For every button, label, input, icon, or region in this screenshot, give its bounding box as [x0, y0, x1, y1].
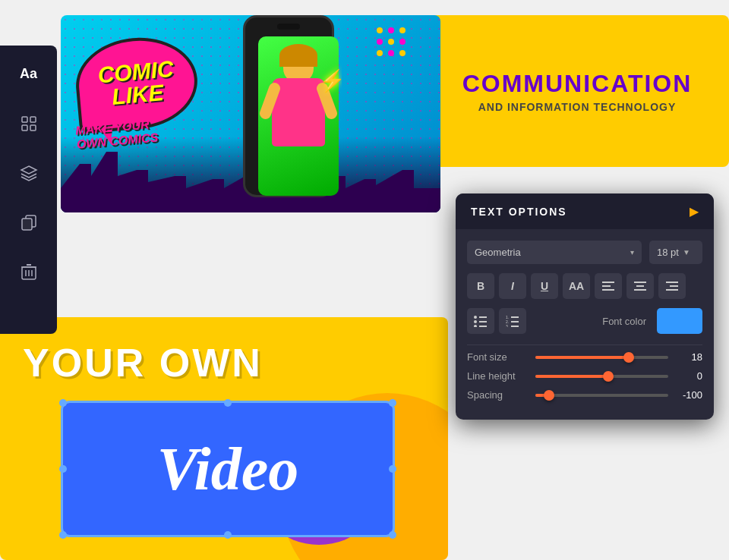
- corner-dot-bl: [59, 531, 67, 539]
- ordered-list-button[interactable]: 1. 2. 3.: [499, 308, 526, 334]
- font-size-value: 18: [676, 351, 702, 363]
- font-select-dropdown[interactable]: Geometria ▾: [467, 241, 642, 264]
- font-size-slider-thumb[interactable]: [623, 352, 634, 363]
- mid-dot-b: [224, 531, 232, 539]
- separator-1: [467, 344, 702, 345]
- trash-icon: [21, 263, 36, 280]
- line-height-slider-thumb[interactable]: [603, 371, 614, 382]
- lightning: ⚡: [319, 68, 342, 93]
- svg-marker-4: [21, 166, 36, 174]
- line-height-slider[interactable]: [535, 375, 668, 378]
- unordered-list-button[interactable]: [467, 308, 494, 334]
- font-row: Geometria ▾ 18 pt ▼: [467, 241, 702, 264]
- comic-title-line2: LIKE: [111, 81, 165, 109]
- svg-point-17: [388, 39, 394, 45]
- grid-tool[interactable]: [11, 106, 46, 140]
- svg-rect-3: [30, 125, 36, 131]
- line-height-slider-fill: [535, 375, 608, 378]
- align-center-icon: [633, 281, 647, 291]
- svg-point-35: [474, 325, 477, 327]
- grid-icon: [21, 115, 37, 132]
- mid-dot-l: [59, 465, 67, 473]
- svg-rect-6: [22, 219, 32, 230]
- phone-outline: [243, 15, 334, 197]
- align-center-button[interactable]: [626, 273, 654, 299]
- font-size-slider-label: Font size: [467, 351, 528, 363]
- delete-tool[interactable]: [11, 254, 46, 288]
- caps-button[interactable]: AA: [563, 273, 590, 299]
- spacing-slider-row: Spacing -100: [467, 389, 702, 401]
- svg-point-19: [377, 50, 383, 56]
- svg-rect-1: [30, 117, 36, 122]
- spacing-slider-thumb[interactable]: [544, 390, 554, 401]
- italic-button[interactable]: I: [499, 273, 526, 299]
- format-row-2: 1. 2. 3. Font color: [467, 308, 702, 334]
- corner-dot-br: [389, 531, 396, 539]
- font-color-swatch[interactable]: [657, 308, 702, 334]
- font-select-arrow-icon: ▾: [630, 248, 634, 256]
- dots-decoration: [372, 23, 418, 68]
- girl-figure: [264, 44, 333, 196]
- font-size-label: 18 pt: [657, 247, 679, 258]
- format-row-1: B I U AA: [467, 273, 702, 299]
- bold-button[interactable]: B: [467, 273, 494, 299]
- copy-tool[interactable]: [11, 205, 46, 239]
- panel-body: Geometria ▾ 18 pt ▼ B I U AA: [456, 229, 714, 420]
- svg-rect-2: [22, 125, 27, 131]
- ordered-list-icon: 1. 2. 3.: [506, 315, 519, 327]
- phone-character: ⚡: [235, 8, 342, 205]
- panel-header: TEXT OPTIONS ▶: [456, 193, 714, 229]
- svg-point-15: [399, 27, 406, 33]
- svg-point-16: [377, 39, 383, 45]
- svg-point-18: [399, 39, 406, 45]
- unordered-list-icon: [474, 315, 488, 327]
- comm-text: COMMUNICATION AND INFORMATION TECHNOLOGY: [447, 55, 708, 128]
- left-toolbar: Aa: [0, 46, 57, 334]
- svg-rect-0: [22, 117, 27, 122]
- svg-point-14: [388, 27, 394, 33]
- font-name: Geometria: [475, 247, 521, 258]
- spacing-value: -100: [676, 389, 702, 401]
- spacing-slider[interactable]: [535, 394, 668, 397]
- line-height-slider-row: Line height 0: [467, 370, 702, 382]
- video-text: Video: [157, 435, 299, 504]
- layers-icon: [20, 165, 38, 181]
- svg-point-13: [377, 27, 383, 33]
- text-tool[interactable]: Aa: [11, 57, 46, 91]
- svg-text:3.: 3.: [506, 324, 509, 327]
- panel-arrow-icon: ▶: [690, 204, 699, 219]
- align-right-icon: [665, 281, 679, 291]
- mid-dot-t: [224, 399, 232, 407]
- video-box: Video: [61, 401, 395, 537]
- comm-banner: COMMUNICATION AND INFORMATION TECHNOLOGY: [425, 15, 729, 167]
- panel-title: TEXT OPTIONS: [471, 206, 567, 218]
- layers-tool[interactable]: [11, 156, 46, 190]
- font-size-slider-fill: [535, 356, 629, 359]
- font-size-slider[interactable]: [535, 356, 668, 359]
- font-size-dropdown[interactable]: 18 pt ▼: [649, 241, 702, 264]
- align-left-icon: [601, 281, 615, 291]
- line-height-value: 0: [676, 370, 702, 382]
- copy-icon: [21, 214, 37, 231]
- svg-point-33: [474, 320, 477, 323]
- phone-screen: [258, 36, 339, 196]
- corner-dot-tl: [59, 399, 67, 407]
- font-size-slider-row: Font size 18: [467, 351, 702, 363]
- svg-point-31: [474, 316, 477, 319]
- align-left-button[interactable]: [595, 273, 622, 299]
- svg-point-21: [399, 50, 406, 56]
- svg-point-20: [388, 50, 394, 56]
- comm-title: COMMUNICATION: [462, 70, 693, 98]
- your-own-text: YOUR OWN: [23, 340, 263, 385]
- phone-notch: [277, 24, 300, 30]
- mid-dot-r: [389, 465, 396, 473]
- line-height-slider-label: Line height: [467, 370, 528, 382]
- underline-button[interactable]: U: [531, 273, 558, 299]
- spacing-slider-label: Spacing: [467, 389, 528, 401]
- font-size-arrow-icon: ▼: [683, 248, 690, 256]
- comm-subtitle: AND INFORMATION TECHNOLOGY: [462, 101, 693, 113]
- main-canvas: Aa: [0, 0, 729, 560]
- text-options-panel: TEXT OPTIONS ▶ Geometria ▾ 18 pt ▼ B I U: [456, 193, 714, 420]
- corner-dot-tr: [389, 399, 396, 407]
- align-right-button[interactable]: [658, 273, 686, 299]
